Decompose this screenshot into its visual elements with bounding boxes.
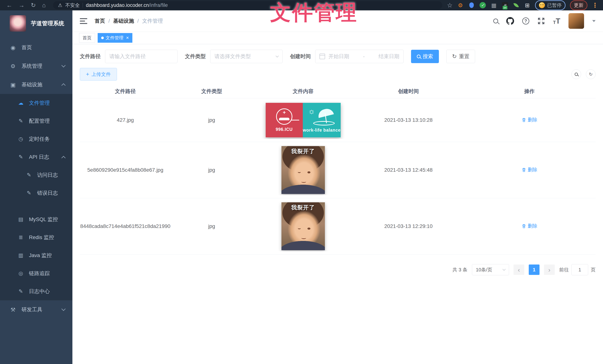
file-preview-image[interactable]: 我裂开了 [281,146,325,194]
user-avatar[interactable] [568,13,584,29]
sidebar-item-dev-tools[interactable]: ⚒ 研发工具 [0,300,72,319]
page-1-button[interactable]: 1 [529,264,540,275]
chevron-down-icon [276,54,279,57]
address-bar[interactable]: ⚠ 不安全 dashboard.yudao.iocoder.cn/infra/f… [53,1,442,9]
extensions-puzzle-icon[interactable]: ⊞ [524,2,531,9]
paused-extension-chip[interactable]: 已暂停 [535,0,566,10]
reload-icon[interactable]: ↻ [31,2,36,9]
cloud-icon: ☁ [17,100,24,106]
url-path: /infra/file [149,2,168,8]
eye-icon: ◎ [17,270,24,276]
extension-leaf-icon[interactable] [513,2,520,9]
sidebar-item-java-monitor[interactable]: ▥ Java 监控 [0,246,72,264]
breadcrumb-home[interactable]: 首页 [95,17,105,24]
home-icon[interactable]: ⌂ [42,2,46,9]
file-path-input[interactable] [105,50,177,63]
search-button-label: 搜索 [423,53,433,60]
avatar-caret-icon[interactable] [592,20,596,22]
paused-label: 已暂停 [547,2,562,9]
delete-button[interactable]: 删除 [522,167,537,173]
sidebar-logo-row[interactable]: 芋道管理系统 [0,10,72,36]
goto-page-input[interactable] [571,264,588,275]
security-label: 不安全 [65,2,80,9]
bed-icon [276,108,292,125]
security-warning-icon[interactable]: ⚠ [58,2,62,8]
end-date-placeholder: 结束日期 [379,53,399,60]
browser-menu-icon[interactable]: ⋮ [592,1,598,9]
breadcrumb-current: 文件管理 [142,17,163,24]
help-icon[interactable]: ? [522,17,529,24]
bookmark-star-icon[interactable]: ☆ [447,1,453,9]
sidebar-item-label: 系统管理 [22,63,42,70]
delete-button[interactable]: 删除 [522,223,537,229]
refresh-icon: ↻ [589,72,593,77]
tag-home[interactable]: 首页 [79,33,95,43]
file-type-label: 文件类型 [185,53,206,60]
search-button[interactable]: 搜索 [411,50,439,63]
pagination: 共 3 条 10条/页 ‹ 1 › 前往 页 [80,264,596,275]
file-preview-image[interactable]: 我裂开了 [281,202,325,250]
extension-switch-icon[interactable]: ≣ [502,2,508,9]
extension-shield-icon[interactable] [468,2,475,9]
monitor-icon: ▣ [9,81,17,88]
sidebar-item-infra[interactable]: ▣ 基础设施 [0,75,72,94]
toggle-search-button[interactable] [571,69,581,79]
extension-gear-icon[interactable]: ⚙ [457,2,464,9]
browser-update-button[interactable]: 更新 [570,0,587,10]
cell-file-path: 5e8609290e915c4fa8b08e67.jpg [80,167,171,173]
banner-right-text: work-life balance [303,128,341,133]
sidebar-item-config-manage[interactable]: ✎ 配置管理 [0,112,72,130]
sidebar-item-home[interactable]: ◉ 首页 [0,38,72,57]
extension-check-icon[interactable]: ✓ [479,2,486,9]
goto-page-group: 前往 页 [559,264,596,275]
sidebar-item-trace[interactable]: ◎ 链路追踪 [0,264,72,282]
refresh-table-button[interactable]: ↻ [586,69,596,79]
plus-icon: + [86,71,89,77]
sidebar-item-label: 链路追踪 [29,270,50,277]
chevron-down-icon [61,307,66,311]
sidebar-item-label: 文件管理 [29,100,50,107]
file-preview-image[interactable]: 996.ICU ☼ work-life balance [266,103,341,137]
log-icon: ✎ [25,190,33,196]
sidebar-item-log-center[interactable]: ✎ 日志中心 [0,282,72,300]
page-content: 文件路径 文件类型 请选择文件类型 创建时间 开始日期 - [72,44,603,364]
search-icon[interactable] [493,19,498,23]
meme-caption: 我裂开了 [281,204,325,211]
table-row: 427.jpg jpg 996.ICU ☼ [80,98,596,142]
github-icon[interactable] [506,17,514,25]
monitor-icon: ▥ [17,252,24,258]
upload-file-button[interactable]: + 上传文件 [80,68,117,80]
sidebar-item-scheduled-jobs[interactable]: ◷ 定时任务 [0,130,72,148]
cell-created-time: 2021-03-13 13:10:28 [354,117,463,123]
reset-button[interactable]: ↻ 重置 [446,50,475,63]
col-created-time: 创建时间 [354,88,463,95]
sidebar-item-api-log[interactable]: ✎ API 日志 [0,148,72,166]
sidebar-item-redis-monitor[interactable]: ≣ Redis 监控 [0,228,72,246]
sidebar-item-label: 配置管理 [29,117,50,125]
file-type-select[interactable]: 请选择文件类型 [210,50,283,63]
next-page-button[interactable]: › [544,264,555,275]
cell-file-type: jpg [171,223,253,229]
sidebar-collapse-icon[interactable] [80,18,87,24]
font-size-icon[interactable]: TT [553,17,560,25]
sidebar-item-system[interactable]: ⚙ 系统管理 [0,57,72,75]
sidebar-item-mysql-monitor[interactable]: ▤ MySQL 监控 [0,210,72,228]
url-text: dashboard.yudao.iocoder.cn/infra/file [86,2,168,8]
sidebar-item-file-manage[interactable]: ☁ 文件管理 [0,94,72,112]
extension-grid-icon[interactable]: ▦ [490,2,497,9]
fullscreen-icon[interactable] [537,17,545,25]
back-icon[interactable]: ← [6,2,12,9]
close-icon[interactable]: × [126,35,129,41]
tag-file-manage[interactable]: 文件管理 × [98,33,132,43]
delete-button[interactable]: 删除 [522,117,537,123]
prev-page-button[interactable]: ‹ [513,264,524,275]
page-size-select[interactable]: 10条/页 [472,264,509,275]
breadcrumb-infra[interactable]: 基础设施 [113,17,134,24]
forward-icon[interactable]: → [19,2,24,9]
update-label: 更新 [574,2,583,9]
sidebar-item-access-log[interactable]: ✎ 访问日志 [0,166,72,184]
island-icon [313,121,335,125]
date-range-picker[interactable]: 开始日期 - 结束日期 [315,50,404,63]
cell-created-time: 2021-03-13 12:29:10 [354,223,463,229]
sidebar-item-error-log[interactable]: ✎ 错误日志 [0,184,72,202]
